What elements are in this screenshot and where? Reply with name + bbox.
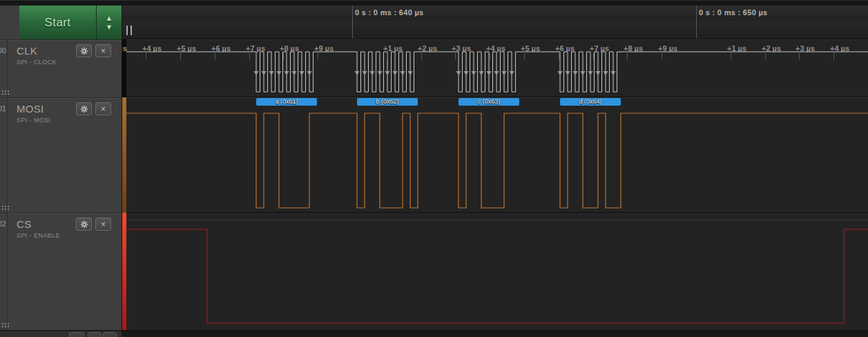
tick-mark xyxy=(215,53,215,59)
tick-mark xyxy=(799,53,800,59)
channel-protocol-label: SPI - ENABLE xyxy=(17,232,60,239)
tick-mark xyxy=(559,53,559,59)
spi-byte-annotation: b (0x62) xyxy=(357,98,418,106)
clk-edge-arrow-icons xyxy=(254,71,616,75)
mosi-waveform xyxy=(126,113,868,208)
tick-label: +5 µs xyxy=(177,44,196,52)
zoom-button-3[interactable] xyxy=(103,332,117,337)
row-drag-grip[interactable] xyxy=(2,90,3,92)
spi-byte-annotation: d (0x64) xyxy=(560,98,621,106)
close-icon[interactable]: × xyxy=(95,102,111,115)
tick-mark xyxy=(318,53,318,59)
tick-label: +5 µs xyxy=(521,44,540,52)
timeline-major-gridline xyxy=(696,6,697,39)
tick-label: +3 µs xyxy=(452,44,471,52)
channel-number: 02 xyxy=(0,213,8,330)
channel-name: CLK xyxy=(17,45,37,57)
tick-label: +9 µs xyxy=(314,44,334,52)
tick-mark xyxy=(833,53,834,59)
channel-number: 01 xyxy=(0,98,8,213)
tick-label: +8 µs xyxy=(624,44,643,52)
tick-mark xyxy=(387,53,387,59)
chevron-up-icon[interactable]: ▲ xyxy=(106,15,113,22)
timeline-major-gridline xyxy=(352,6,353,39)
capture-options-box: ▲ ▼ xyxy=(97,6,122,39)
tick-label: +2 µs xyxy=(762,44,781,52)
mosi-channel-color-strip xyxy=(122,97,126,213)
timeline-section-label: 0 s : 0 ms : 650 µs xyxy=(699,8,767,17)
tick-mark xyxy=(283,53,284,59)
tick-mark xyxy=(490,53,490,59)
tick-label: +1 µs xyxy=(383,44,403,52)
gear-icon[interactable] xyxy=(76,218,92,231)
tick-label: +4 µs xyxy=(142,44,162,52)
chevron-down-icon[interactable]: ▼ xyxy=(106,23,113,31)
tick-mark xyxy=(731,53,731,59)
logic-analyzer-app: 0 s : 0 ms : 640 µs0 s : 0 ms : 650 µs +… xyxy=(0,0,868,337)
row-drag-grip[interactable] xyxy=(2,206,3,207)
tick-mark xyxy=(662,53,662,59)
tick-label: +3 µs xyxy=(795,44,815,52)
cs-channel-color-strip xyxy=(122,213,126,330)
channel-protocol-label: SPI - CLOCK xyxy=(17,59,57,66)
gear-icon[interactable] xyxy=(76,44,92,57)
sidebar-divider xyxy=(122,6,122,337)
zoom-button-2[interactable] xyxy=(88,332,102,337)
tick-label: +1 µs xyxy=(727,44,746,52)
tick-label: +4 µs xyxy=(486,44,505,52)
zoom-button-1[interactable] xyxy=(69,332,84,337)
row-boundary xyxy=(122,220,868,220)
tick-mark xyxy=(593,53,594,59)
tick-label: +6 µs xyxy=(555,44,575,52)
spi-byte-annotation: c (0x63) xyxy=(459,98,519,106)
tick-mark xyxy=(180,53,181,59)
row-boundary xyxy=(122,97,868,97)
row-boundary xyxy=(122,39,868,40)
tick-mark xyxy=(455,53,456,59)
tick-label: +9 µs xyxy=(658,44,677,52)
tick-label: +8 µs xyxy=(280,44,299,52)
timeline-drag-handle-icon[interactable] xyxy=(126,26,132,35)
bottom-bar xyxy=(0,330,868,337)
tick-mark xyxy=(249,53,250,59)
tick-label: +2 µs xyxy=(418,44,437,52)
channel-protocol-label: SPI - MOSI xyxy=(17,117,51,124)
gear-icon xyxy=(80,105,88,113)
row-boundary xyxy=(122,212,868,213)
channel-name: CS xyxy=(17,218,31,230)
channel-name: MOSI xyxy=(17,103,44,115)
gear-icon[interactable] xyxy=(76,102,92,115)
gear-icon xyxy=(80,47,88,55)
tick-mark xyxy=(421,53,422,59)
tick-label: +7 µs xyxy=(246,44,265,52)
timeline-position-bar[interactable]: 0 s : 0 ms : 640 µs0 s : 0 ms : 650 µs xyxy=(122,6,868,21)
gear-icon xyxy=(80,220,88,229)
tick-label: +4 µs xyxy=(830,44,849,52)
timeline-section-label: 0 s : 0 ms : 640 µs xyxy=(355,8,423,17)
close-icon[interactable]: × xyxy=(95,218,111,231)
timeline-tick-bar[interactable]: +3 µs+4 µs+5 µs+6 µs+7 µs+8 µs+9 µs+1 µs… xyxy=(122,21,868,39)
cs-waveform xyxy=(126,229,868,323)
channel-row-mosi: 01MOSISPI - MOSI× xyxy=(0,97,122,213)
tick-mark xyxy=(765,53,766,59)
channel-row-clk: 00CLKSPI - CLOCK× xyxy=(0,39,122,97)
spi-byte-annotation: a (0x61) xyxy=(256,98,317,106)
tick-mark xyxy=(146,53,146,59)
close-icon[interactable]: × xyxy=(95,44,111,57)
tick-mark xyxy=(627,53,628,59)
row-drag-grip[interactable] xyxy=(2,323,3,325)
tick-mark xyxy=(524,53,525,59)
tick-label: +6 µs xyxy=(211,44,231,52)
channel-row-cs: 02CSSPI - ENABLE× xyxy=(0,213,122,330)
start-button[interactable]: Start xyxy=(19,6,97,39)
channel-number: 00 xyxy=(0,40,8,97)
tick-label: +7 µs xyxy=(590,44,609,52)
